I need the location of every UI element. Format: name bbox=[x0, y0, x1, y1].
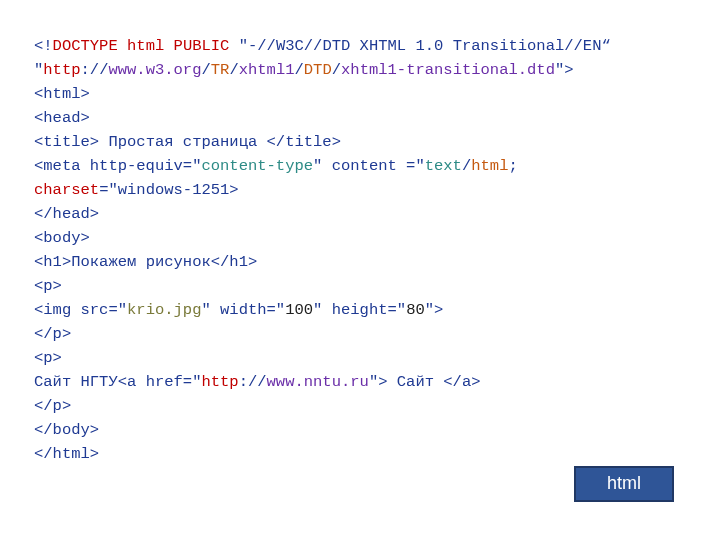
quote: " bbox=[201, 301, 220, 319]
eq: =" bbox=[397, 157, 425, 175]
html-badge-label: html bbox=[607, 470, 641, 498]
semicolon: ; bbox=[508, 157, 517, 175]
val-html: html bbox=[471, 157, 508, 175]
sp bbox=[118, 37, 127, 55]
line-4: <head> bbox=[34, 109, 90, 127]
attr-width: width=" bbox=[220, 301, 285, 319]
seg-tr: TR bbox=[211, 61, 230, 79]
tag-h1-open: <h1> bbox=[34, 253, 71, 271]
punct: <! bbox=[34, 37, 53, 55]
scheme: http bbox=[43, 61, 80, 79]
line-14: <p> bbox=[34, 349, 62, 367]
seg-dtd: DTD bbox=[304, 61, 332, 79]
line-1: <!DOCTYPE html PUBLIC "-//W3C//DTD XHTML… bbox=[34, 37, 611, 55]
slide: <!DOCTYPE html PUBLIC "-//W3C//DTD XHTML… bbox=[0, 0, 720, 540]
tag-title-close: </title> bbox=[267, 133, 341, 151]
line-12: <img src="krio.jpg" width="100" height="… bbox=[34, 301, 443, 319]
attr-charset: charset bbox=[34, 181, 99, 199]
line-6: <meta http-equiv="content-type" content … bbox=[34, 157, 518, 175]
val-charset: ="windows-1251> bbox=[99, 181, 239, 199]
kw-html: html bbox=[127, 37, 164, 55]
line-13: </p> bbox=[34, 325, 71, 343]
slash: / bbox=[295, 61, 304, 79]
scheme: http bbox=[201, 373, 238, 391]
sp bbox=[164, 37, 173, 55]
line-15: Сайт НГТУ<a href="http://www.nntu.ru"> С… bbox=[34, 373, 481, 391]
seg-file: xhtml1-transitional.dtd bbox=[341, 61, 555, 79]
line-9: <body> bbox=[34, 229, 90, 247]
val-height: 80 bbox=[406, 301, 425, 319]
tag-a: <a bbox=[118, 373, 146, 391]
h1-text: Покажем рисунок bbox=[71, 253, 211, 271]
tag-h1-close: </h1> bbox=[211, 253, 258, 271]
line-2: "http://www.w3.org/TR/xhtml1/DTD/xhtml1-… bbox=[34, 61, 574, 79]
line-11: <p> bbox=[34, 277, 62, 295]
host: www.w3.org bbox=[108, 61, 201, 79]
line-8: </head> bbox=[34, 205, 99, 223]
line-7: charset="windows-1251> bbox=[34, 181, 239, 199]
line-17: </body> bbox=[34, 421, 99, 439]
val-text: text bbox=[425, 157, 462, 175]
link-text: Сайт bbox=[388, 373, 444, 391]
line-16: </p> bbox=[34, 397, 71, 415]
line-3: <html> bbox=[34, 85, 90, 103]
attr-content: content bbox=[332, 157, 397, 175]
line-5: <title> Простая страница </title> bbox=[34, 133, 341, 151]
end: "> bbox=[425, 301, 444, 319]
slash: / bbox=[462, 157, 471, 175]
attr-href: href=" bbox=[146, 373, 202, 391]
attr-httpequiv: http-equiv=" bbox=[90, 157, 202, 175]
text-ngtu: Сайт НГТУ bbox=[34, 373, 118, 391]
attr-src: src=" bbox=[81, 301, 128, 319]
kw-public: PUBLIC bbox=[174, 37, 230, 55]
end: "> bbox=[555, 61, 574, 79]
attr-height: height=" bbox=[332, 301, 406, 319]
sep: :// bbox=[81, 61, 109, 79]
code-block: <!DOCTYPE html PUBLIC "-//W3C//DTD XHTML… bbox=[34, 34, 720, 466]
val-src: krio.jpg bbox=[127, 301, 201, 319]
tag-a-close: </a> bbox=[443, 373, 480, 391]
val-width: 100 bbox=[285, 301, 313, 319]
doctype-string: "-//W3C//DTD XHTML 1.0 Transitional//EN“ bbox=[229, 37, 610, 55]
slash: / bbox=[201, 61, 210, 79]
line-10: <h1>Покажем рисунок</h1> bbox=[34, 253, 257, 271]
val-contenttype: content-type bbox=[201, 157, 313, 175]
tag-meta: <meta bbox=[34, 157, 90, 175]
slash: / bbox=[332, 61, 341, 79]
quote: " bbox=[313, 301, 332, 319]
tag-img: <img bbox=[34, 301, 81, 319]
seg-xhtml1: xhtml1 bbox=[239, 61, 295, 79]
sep: :// bbox=[239, 373, 267, 391]
html-badge: html bbox=[574, 466, 674, 502]
slash: / bbox=[229, 61, 238, 79]
host-nntu: www.nntu.ru bbox=[267, 373, 369, 391]
kw-doctype: DOCTYPE bbox=[53, 37, 118, 55]
quote: " bbox=[313, 157, 332, 175]
tag-title-open: <title> bbox=[34, 133, 99, 151]
title-text: Простая страница bbox=[99, 133, 266, 151]
line-18: </html> bbox=[34, 445, 99, 463]
quote: " bbox=[34, 61, 43, 79]
end-attr: "> bbox=[369, 373, 388, 391]
